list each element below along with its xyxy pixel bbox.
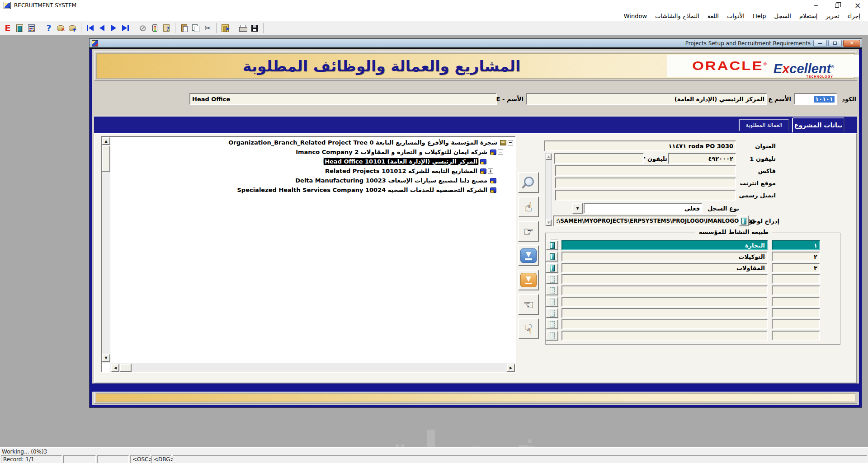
tree-item-label[interactable]: المركز الرئيسي (الإدارة العامة) 10101 He…: [324, 158, 478, 165]
activity-row[interactable]: [546, 308, 840, 318]
tab-project-data[interactable]: بيانات المشروع: [792, 117, 844, 133]
scroll-thumb[interactable]: [102, 145, 110, 172]
calculator-button[interactable]: [25, 22, 37, 34]
activity-number-cell[interactable]: [772, 285, 820, 295]
cut-button[interactable]: [202, 22, 213, 34]
tree-expand-box[interactable]: +: [488, 168, 493, 174]
download-orange-button[interactable]: ▼: [518, 270, 539, 290]
activity-name-cell[interactable]: [561, 319, 768, 329]
activity-name-cell[interactable]: المقاولات: [561, 263, 768, 273]
tree-item-label[interactable]: شركة ايمان للتوكيلات و التجارة و المقاول…: [295, 149, 488, 155]
record-help-button[interactable]: [160, 22, 172, 34]
tree-row[interactable]: −شجرة المؤسسة والأفرع والمشاريع التابعة …: [110, 138, 515, 147]
activity-name-cell[interactable]: [561, 274, 768, 284]
activity-number-cell[interactable]: ٣: [772, 263, 820, 273]
print-button[interactable]: [237, 22, 249, 34]
logo-path-field[interactable]: :\SAMEH\MYOPROJECTS\ERPSYSTEMS\PROJLOGO\…: [553, 215, 737, 226]
activity-row[interactable]: [546, 319, 840, 329]
tree-row[interactable]: −شركة ايمان للتوكيلات و التجارة و المقاو…: [110, 147, 515, 157]
website-field[interactable]: [555, 178, 736, 188]
menu-item-Help[interactable]: Help: [749, 13, 770, 19]
activity-row[interactable]: التجارة١: [546, 240, 840, 250]
menu-item-إستعلام[interactable]: إستعلام: [795, 13, 822, 19]
exit-form-button[interactable]: [219, 22, 231, 34]
activity-row[interactable]: التوكيلات٢: [546, 252, 840, 262]
menu-item-Window[interactable]: Window: [620, 13, 651, 19]
hand-right-button[interactable]: ☞: [518, 221, 539, 242]
activity-row[interactable]: المقاولات٣: [546, 263, 840, 273]
activity-name-cell[interactable]: [561, 308, 768, 318]
mdi-close-button[interactable]: ✕: [843, 40, 860, 47]
hand-down-button[interactable]: ☟: [518, 318, 539, 339]
scroll-down-icon[interactable]: ▼: [102, 354, 110, 362]
excellent-e-button[interactable]: [2, 22, 14, 34]
activity-number-cell[interactable]: [772, 297, 820, 307]
activity-row[interactable]: [546, 297, 840, 307]
menu-item-السجل[interactable]: السجل: [770, 13, 795, 19]
fax-field[interactable]: [555, 165, 736, 176]
address-field[interactable]: roda PO 3030 ١١٤٧١: [544, 140, 736, 151]
activity-name-cell[interactable]: [561, 285, 768, 295]
mdi-minimize-button[interactable]: [813, 40, 827, 47]
activity-row-button[interactable]: [546, 319, 558, 329]
tree-item-label[interactable]: المشاريع التابعة للشركة 101012 Related P…: [324, 168, 478, 174]
activity-name-cell[interactable]: التجارة: [561, 240, 768, 250]
traffic-light-button[interactable]: [149, 22, 160, 34]
nav-prev-button[interactable]: [96, 22, 108, 34]
name-ar-field[interactable]: المركز الرئيسي (الإدارة العامة): [526, 93, 767, 105]
tree-expand-box[interactable]: −: [508, 140, 513, 145]
email-field[interactable]: [555, 190, 736, 201]
help-button[interactable]: [43, 22, 55, 34]
activity-row-button[interactable]: [546, 240, 558, 250]
tab-required-labor[interactable]: العمالة المطلوبة: [739, 119, 789, 131]
paste-button[interactable]: [178, 22, 190, 34]
db-delete-button[interactable]: [55, 22, 66, 34]
activity-number-cell[interactable]: [772, 308, 820, 318]
activity-row[interactable]: [546, 274, 840, 284]
menu-item-الأدوات[interactable]: الأدوات: [723, 13, 749, 19]
record-type-dropdown-button[interactable]: ▼: [572, 203, 583, 214]
activity-row-button[interactable]: [546, 252, 558, 262]
nav-first-button[interactable]: [84, 22, 96, 34]
menu-item-تحرير[interactable]: تحرير: [821, 13, 843, 19]
download-blue-button[interactable]: ▼: [518, 245, 539, 266]
tree-row[interactable]: الشركة التخصصية للخدمات الصحية 10024 Spe…: [110, 185, 515, 195]
hand-left-button[interactable]: ☜: [518, 294, 539, 315]
activity-number-cell[interactable]: ١: [772, 240, 820, 250]
projects-window-titlebar[interactable]: Projects Setup and Recruitment Requireme…: [90, 39, 862, 49]
details-scrollbar[interactable]: ▲ ▼: [545, 153, 552, 226]
activity-row-button[interactable]: [546, 331, 558, 341]
logo-browse-button[interactable]: [739, 215, 749, 226]
phone1-field[interactable]: ٤٩٢٠٠٠٢: [668, 153, 736, 164]
details-scroll-down-icon[interactable]: ▼: [546, 220, 552, 226]
phone2-field[interactable]: [554, 153, 644, 164]
restore-button[interactable]: [826, 0, 847, 11]
activity-row[interactable]: [546, 331, 840, 341]
mdi-restore-button[interactable]: [828, 40, 842, 47]
tree-item-label[interactable]: مصنع دلتا لتصنيع سيارات الإسعاف 10023 De…: [294, 177, 488, 184]
tree-item-label[interactable]: شجرة المؤسسة والأفرع والمشاريع التابعة 0…: [227, 139, 498, 146]
nav-last-button[interactable]: [119, 22, 131, 34]
activity-number-cell[interactable]: [772, 319, 820, 329]
tree-row[interactable]: المركز الرئيسي (الإدارة العامة) 10101 He…: [110, 157, 515, 166]
activity-row-button[interactable]: [546, 297, 558, 307]
activity-row[interactable]: [546, 285, 840, 295]
save-button[interactable]: [249, 22, 260, 34]
copy-button[interactable]: [190, 22, 202, 34]
activity-row-button[interactable]: [546, 274, 558, 284]
exit-door-button[interactable]: [14, 22, 25, 34]
scroll-up-icon[interactable]: ▲: [102, 137, 110, 145]
hand-up-button[interactable]: ☝: [518, 196, 539, 217]
activity-name-cell[interactable]: [561, 297, 768, 307]
activity-row-button[interactable]: [546, 308, 558, 318]
code-field[interactable]: ١٠١٠١: [794, 93, 837, 105]
menu-item-إجراء[interactable]: إجراء: [843, 13, 864, 19]
scroll-thumb-h[interactable]: [120, 364, 132, 372]
tree-row[interactable]: مصنع دلتا لتصنيع سيارات الإسعاف 10023 De…: [110, 176, 515, 185]
activity-row-button[interactable]: [546, 263, 558, 273]
activity-name-cell[interactable]: التوكيلات: [561, 252, 768, 262]
tree-vertical-scrollbar[interactable]: ▲ ▼: [102, 137, 110, 363]
tree-row[interactable]: +المشاريع التابعة للشركة 101012 Related …: [110, 166, 515, 176]
activity-number-cell[interactable]: [772, 274, 820, 284]
clear-button[interactable]: [137, 22, 149, 34]
